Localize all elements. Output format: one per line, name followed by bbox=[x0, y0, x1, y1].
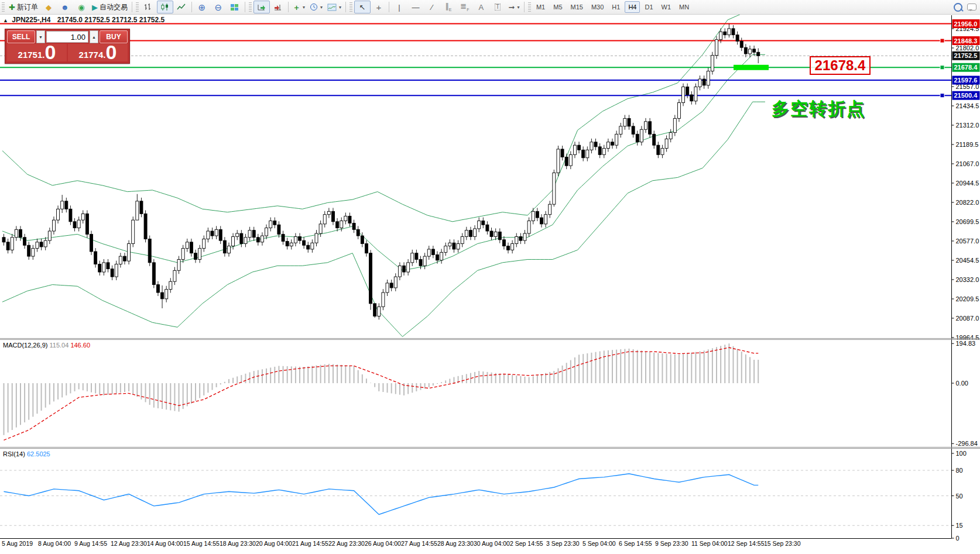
candle-up bbox=[457, 244, 460, 249]
search-icon[interactable] bbox=[954, 3, 962, 12]
styler-button[interactable]: ◆ bbox=[40, 1, 57, 13]
horizontal-line-button[interactable]: — bbox=[407, 1, 424, 13]
crosshair-button[interactable]: + bbox=[371, 1, 387, 13]
add-indicator-button[interactable]: ＋▾ bbox=[290, 1, 307, 13]
timeframe-h1-button[interactable]: H1 bbox=[608, 1, 623, 13]
vertical-line-button[interactable]: | bbox=[391, 1, 407, 13]
price-annotation-box[interactable]: 21678.4 bbox=[810, 56, 871, 75]
timeframe-m1-button[interactable]: M1 bbox=[533, 1, 549, 13]
buy-price-fraction: 0 bbox=[105, 44, 116, 61]
templates-button[interactable]: ▾ bbox=[325, 1, 344, 13]
periods-button[interactable]: ▾ bbox=[307, 1, 325, 13]
candle-down bbox=[277, 225, 280, 234]
toolbar-drag-handle[interactable] bbox=[136, 2, 139, 12]
sell-button[interactable]: SELL bbox=[7, 30, 35, 43]
tile-windows-button[interactable] bbox=[227, 1, 243, 13]
candle-down bbox=[273, 221, 276, 225]
auto-scroll-button[interactable] bbox=[253, 1, 270, 13]
zoom-in-button[interactable]: ⊕ bbox=[194, 1, 210, 13]
news-button[interactable]: ◉ bbox=[73, 1, 90, 13]
macd-pane[interactable] bbox=[4, 343, 759, 440]
text-label-button[interactable]: T bbox=[489, 1, 506, 13]
time-axis-label: 27 Aug 14:55 bbox=[401, 540, 437, 547]
macd-axis-label: 194.83 bbox=[956, 340, 976, 347]
bar-chart-button[interactable] bbox=[141, 1, 157, 13]
toolbar-drag-handle[interactable] bbox=[249, 2, 252, 12]
price-chip-label: 21597.6 bbox=[954, 77, 978, 84]
time-axis-label: 8 Aug 04:00 bbox=[38, 540, 71, 547]
new-order-button[interactable]: ✚ 新订单 bbox=[6, 1, 40, 13]
candle-down bbox=[144, 214, 147, 239]
toolbar-separator bbox=[345, 2, 346, 12]
chart-shift-button[interactable] bbox=[270, 1, 286, 13]
cursor-button[interactable]: ↖ bbox=[354, 1, 371, 13]
timeframe-m15-button[interactable]: M15 bbox=[567, 1, 587, 13]
toolbar-drag-handle[interactable] bbox=[349, 2, 352, 12]
timeframe-h4-button[interactable]: H4 bbox=[625, 1, 640, 13]
timeframe-d1-button[interactable]: D1 bbox=[641, 1, 656, 13]
volume-up-button[interactable]: ▲ bbox=[90, 30, 98, 43]
text-button[interactable]: A bbox=[473, 1, 489, 13]
price-tick-label: 20944.5 bbox=[956, 180, 979, 187]
time-axis-label: 30 Aug 04:00 bbox=[474, 540, 510, 547]
green-highlight-segment[interactable] bbox=[734, 65, 769, 70]
candle-down bbox=[123, 256, 126, 261]
chat-icon[interactable] bbox=[967, 4, 976, 11]
chart-canvas[interactable]: 21924.521802.021557.021434.521312.021189… bbox=[0, 0, 980, 554]
rsi-pane[interactable] bbox=[0, 470, 952, 525]
timeframe-w1-button[interactable]: W1 bbox=[658, 1, 675, 13]
candlestick-chart-button[interactable] bbox=[157, 1, 173, 13]
candle-up bbox=[553, 173, 556, 204]
arrows-button[interactable]: ➞▾ bbox=[506, 1, 522, 13]
volume-down-button[interactable]: ▼ bbox=[36, 30, 45, 43]
candle-up bbox=[319, 224, 322, 233]
toolbar-drag-handle[interactable] bbox=[528, 2, 531, 12]
buy-price-display[interactable]: 21774.0 bbox=[68, 44, 128, 61]
equidistant-channel-button[interactable]: ∥E bbox=[440, 1, 457, 13]
sell-price-display[interactable]: 21751.0 bbox=[7, 44, 67, 61]
candle-up bbox=[165, 290, 168, 299]
candle-up bbox=[557, 149, 560, 173]
level-marker-21678.4[interactable] bbox=[940, 66, 944, 70]
chinese-annotation-text[interactable]: 多空转折点 bbox=[772, 97, 865, 121]
candle-down bbox=[757, 52, 760, 56]
line-chart-icon bbox=[177, 3, 186, 11]
fibonacci-button[interactable]: ≣F bbox=[457, 1, 473, 13]
dropdown-caret-icon: ▾ bbox=[339, 5, 341, 10]
timeframe-m30-button[interactable]: M30 bbox=[588, 1, 607, 13]
price-tick-label: 20087.0 bbox=[956, 315, 979, 322]
autotrade-button[interactable]: ▶ 自动交易 bbox=[90, 1, 130, 13]
toolbar-drag-handle[interactable] bbox=[2, 2, 5, 12]
timeframe-group: M1M5M15M30H1H4D1W1MN bbox=[533, 1, 693, 13]
level-marker-21500.4[interactable] bbox=[940, 94, 944, 98]
candle-down bbox=[561, 149, 564, 157]
candle-up bbox=[378, 307, 381, 316]
level-marker-21848.3[interactable] bbox=[940, 39, 944, 43]
time-axis-label: 18 Aug 23:30 bbox=[220, 540, 256, 547]
zoom-out-button[interactable]: ⊖ bbox=[210, 1, 227, 13]
candle-up bbox=[36, 242, 39, 249]
toolbar-separator bbox=[191, 2, 192, 12]
new-order-icon: ✚ bbox=[9, 4, 15, 11]
candle-down bbox=[28, 245, 30, 256]
candle-up bbox=[669, 133, 672, 139]
candle-down bbox=[657, 145, 660, 154]
candle-up bbox=[290, 243, 293, 246]
data-window-button[interactable]: ☻ bbox=[57, 1, 73, 13]
panel-collapse-arrow-icon[interactable]: ▲ bbox=[3, 18, 8, 23]
trendline-button[interactable]: ∕ bbox=[424, 1, 440, 13]
candle-up bbox=[57, 209, 60, 220]
candle-up bbox=[440, 252, 443, 260]
line-chart-button[interactable] bbox=[173, 1, 190, 13]
candle-up bbox=[640, 129, 643, 142]
time-axis-label: 12 Aug 23:30 bbox=[111, 540, 147, 547]
templates-icon bbox=[327, 4, 337, 11]
equidistant-channel-icon: ∥E bbox=[445, 2, 451, 12]
macd-axis-label: -296.84 bbox=[956, 440, 978, 447]
candle-up bbox=[44, 240, 47, 247]
timeframe-mn-button[interactable]: MN bbox=[676, 1, 693, 13]
candle-down bbox=[653, 134, 656, 145]
candle-up bbox=[77, 220, 80, 228]
main-price-pane[interactable] bbox=[0, 9, 952, 336]
timeframe-m5-button[interactable]: M5 bbox=[550, 1, 566, 13]
